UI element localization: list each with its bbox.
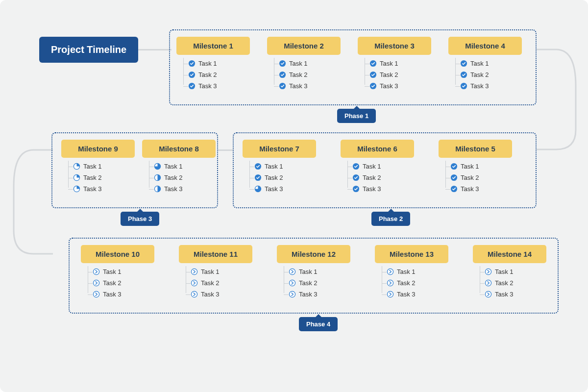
milestone-4: Milestone 4 Task 1 Task 2 Task 3 bbox=[448, 37, 522, 94]
task-list: Task 1 Task 2 Task 3 bbox=[473, 268, 546, 298]
check-circle-icon bbox=[188, 71, 196, 78]
milestone-header: Milestone 9 bbox=[61, 140, 135, 158]
svg-point-38 bbox=[387, 291, 393, 297]
task-item: Task 3 bbox=[154, 185, 216, 193]
task-item: Task 3 bbox=[279, 82, 341, 90]
milestone-header: Milestone 7 bbox=[243, 140, 316, 158]
pending-icon bbox=[93, 279, 100, 287]
connector-curve-left bbox=[9, 147, 53, 260]
task-list: Task 1 Task 2 Task 3 bbox=[439, 163, 512, 193]
diagram-title: Project Timeline bbox=[39, 37, 138, 63]
milestone-3: Milestone 3 Task 1 Task 2 Task 3 bbox=[358, 37, 431, 94]
task-item: Task 2 bbox=[369, 71, 431, 78]
pending-icon bbox=[191, 268, 198, 275]
milestone-2: Milestone 2 Task 1 Task 2 Task 3 bbox=[267, 37, 341, 94]
check-circle-icon bbox=[352, 185, 360, 193]
svg-point-31 bbox=[191, 280, 197, 286]
milestone-5: Milestone 5 Task 1 Task 2 Task 3 bbox=[439, 140, 512, 196]
task-item: Task 3 bbox=[289, 291, 350, 298]
check-circle-icon bbox=[188, 82, 196, 90]
task-item: Task 3 bbox=[254, 185, 316, 193]
task-item: Task 1 bbox=[254, 163, 316, 170]
milestone-header: Milestone 4 bbox=[448, 37, 522, 55]
task-item: Task 1 bbox=[289, 268, 350, 275]
check-circle-icon bbox=[188, 60, 196, 67]
check-circle-icon bbox=[369, 71, 377, 78]
svg-point-36 bbox=[387, 269, 393, 274]
check-circle-icon bbox=[369, 60, 377, 67]
milestone-6: Milestone 6 Task 1 Task 2 Task 3 bbox=[341, 140, 414, 196]
task-list: Task 1 Task 2 Task 3 bbox=[358, 60, 431, 90]
svg-point-41 bbox=[485, 291, 491, 297]
task-item: Task 3 bbox=[352, 185, 414, 193]
task-item: Task 2 bbox=[191, 279, 252, 287]
milestone-header: Milestone 10 bbox=[81, 245, 154, 263]
task-item: Task 2 bbox=[387, 279, 448, 287]
task-list: Task 1 Task 2 Task 3 bbox=[179, 268, 252, 298]
task-list: Task 1 Task 2 Task 3 bbox=[448, 60, 522, 90]
task-list: Task 1 Task 2 Task 3 bbox=[375, 268, 448, 298]
task-item: Task 2 bbox=[279, 71, 341, 78]
phase-3-label: Phase 3 bbox=[121, 212, 159, 226]
connector-curve-right bbox=[537, 47, 581, 154]
milestone-7: Milestone 7 Task 1 Task 2 Task 3 bbox=[243, 140, 316, 196]
progress-quarter-icon bbox=[73, 174, 80, 181]
task-item: Task 2 bbox=[254, 174, 316, 181]
check-circle-icon bbox=[352, 174, 360, 181]
task-item: Task 1 bbox=[369, 60, 431, 67]
svg-point-35 bbox=[289, 291, 295, 297]
milestone-14: Milestone 14 Task 1 Task 2 Task 3 bbox=[473, 245, 546, 302]
svg-point-32 bbox=[191, 291, 197, 297]
task-item: Task 2 bbox=[460, 71, 522, 78]
pending-icon bbox=[387, 291, 394, 298]
phase-4-label: Phase 4 bbox=[299, 317, 338, 331]
task-item: Task 2 bbox=[289, 279, 350, 287]
pending-icon bbox=[387, 268, 394, 275]
task-list: Task 1 Task 2 Task 3 bbox=[61, 163, 135, 193]
connector-line bbox=[137, 49, 172, 50]
task-item: Task 1 bbox=[73, 163, 135, 170]
svg-point-37 bbox=[387, 280, 393, 286]
milestone-header: Milestone 2 bbox=[267, 37, 341, 55]
pending-icon bbox=[289, 268, 296, 275]
connector-line bbox=[218, 149, 233, 151]
task-list: Task 1 Task 2 Task 3 bbox=[267, 60, 341, 90]
task-item: Task 3 bbox=[450, 185, 512, 193]
pending-icon bbox=[191, 291, 198, 298]
milestone-header: Milestone 3 bbox=[358, 37, 431, 55]
task-item: Task 3 bbox=[369, 82, 431, 90]
check-circle-icon bbox=[369, 82, 377, 90]
task-list: Task 1 Task 2 Task 3 bbox=[243, 163, 316, 193]
milestone-header: Milestone 5 bbox=[439, 140, 512, 158]
task-item: Task 2 bbox=[73, 174, 135, 181]
milestone-header: Milestone 6 bbox=[341, 140, 414, 158]
task-item: Task 2 bbox=[93, 279, 154, 287]
milestone-header: Milestone 11 bbox=[179, 245, 252, 263]
task-list: Task 1 Task 2 Task 3 bbox=[142, 163, 216, 193]
svg-point-33 bbox=[289, 269, 295, 274]
progress-quarter-icon bbox=[73, 163, 80, 170]
svg-point-39 bbox=[485, 269, 491, 274]
pending-icon bbox=[289, 279, 296, 287]
task-item: Task 1 bbox=[279, 60, 341, 67]
task-item: Task 3 bbox=[387, 291, 448, 298]
task-list: Task 1 Task 2 Task 3 bbox=[341, 163, 414, 193]
milestone-12: Milestone 12 Task 1 Task 2 Task 3 bbox=[277, 245, 350, 302]
task-item: Task 1 bbox=[460, 60, 522, 67]
task-item: Task 3 bbox=[93, 291, 154, 298]
svg-point-30 bbox=[191, 269, 197, 274]
svg-point-28 bbox=[93, 280, 99, 286]
task-item: Task 1 bbox=[450, 163, 512, 170]
task-list: Task 1 Task 2 Task 3 bbox=[176, 60, 250, 90]
check-circle-icon bbox=[279, 60, 286, 67]
milestone-11: Milestone 11 Task 1 Task 2 Task 3 bbox=[179, 245, 252, 302]
svg-point-34 bbox=[289, 280, 295, 286]
phase-2-label: Phase 2 bbox=[371, 212, 410, 226]
milestone-header: Milestone 8 bbox=[142, 140, 216, 158]
timeline-diagram: Project Timeline Phase 1 Phase 2 Phase 3… bbox=[0, 0, 588, 392]
task-item: Task 2 bbox=[485, 279, 546, 287]
task-item: Task 2 bbox=[188, 71, 250, 78]
milestone-header: Milestone 14 bbox=[473, 245, 546, 263]
check-circle-icon bbox=[450, 163, 458, 170]
task-item: Task 3 bbox=[460, 82, 522, 90]
